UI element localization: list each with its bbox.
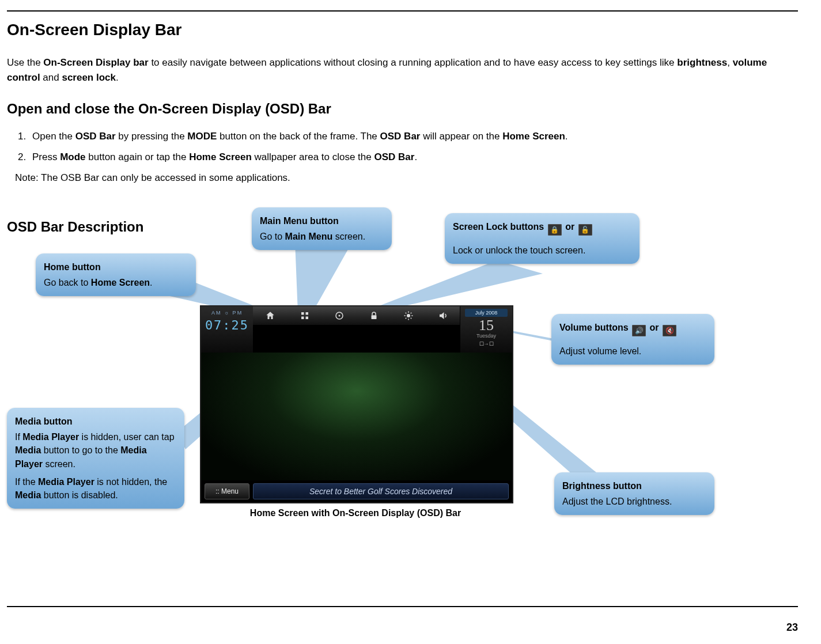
callout-body: Lock or unlock the touch screen.: [453, 245, 585, 255]
callout-title: Volume buttons 🔊 or 🔇: [559, 321, 706, 336]
wallpaper-area[interactable]: [201, 353, 512, 480]
t: Mode: [60, 151, 85, 162]
calendar-month: July 2008: [465, 309, 508, 317]
t: by pressing the: [116, 131, 188, 142]
svg-rect-6: [301, 312, 304, 315]
svg-line-19: [411, 318, 412, 319]
t: is not hidden, the: [94, 477, 167, 487]
t: Open the: [32, 131, 75, 142]
t: OSD Bar: [374, 151, 414, 162]
callout-brightness: Brightness button Adjust the LCD brightn…: [554, 472, 714, 515]
page-number: 23: [786, 622, 798, 634]
menu-button[interactable]: :: Menu: [205, 483, 249, 499]
svg-rect-7: [306, 312, 309, 315]
callout-title: Screen Lock buttons 🔒 or 🔓: [453, 220, 631, 236]
clock-time: 07:25: [201, 316, 253, 332]
t: OSD Bar: [75, 131, 116, 142]
steps-list: Open the OSD Bar by pressing the MODE bu…: [7, 131, 798, 163]
svg-rect-8: [301, 317, 304, 320]
t: If: [15, 432, 22, 442]
t: ,: [727, 57, 732, 68]
t: Home Screen: [91, 278, 150, 287]
callout-media: Media button If Media Player is hidden, …: [7, 408, 184, 509]
svg-point-11: [339, 315, 340, 317]
calendar-convert-icon: ☐→☐: [460, 341, 512, 347]
callout-body: Adjust volume level.: [559, 346, 641, 356]
t: MODE: [187, 131, 217, 142]
t: Media: [15, 445, 41, 455]
svg-rect-12: [372, 315, 377, 319]
t: screen.: [332, 232, 365, 241]
section-osd-description: OSD Bar Description: [7, 219, 143, 235]
note-text: Note: The OSB Bar can only be accessed i…: [15, 172, 798, 184]
t: Use the: [7, 57, 43, 68]
t: If the: [15, 477, 38, 487]
mute-icon: 🔇: [663, 325, 676, 336]
calendar-day: 15: [460, 318, 512, 333]
t: OSD Bar: [380, 131, 421, 142]
t: .: [565, 131, 568, 142]
callout-screen-lock: Screen Lock buttons 🔒 or 🔓 Lock or unloc…: [445, 213, 640, 264]
t: Press: [32, 151, 60, 162]
t: button to go to the: [41, 445, 120, 455]
t: wallpaper area to close the: [252, 151, 374, 162]
t: Media Player: [38, 477, 94, 487]
t: brightness: [677, 57, 727, 68]
device-footer: :: Menu Secret to Better Golf Scores Dis…: [201, 480, 512, 502]
volume-icon: 🔊: [632, 325, 646, 336]
t: Main Menu: [285, 232, 333, 241]
figure-caption: Home Screen with On-Screen Display (OSD)…: [200, 508, 511, 518]
callout-title: Main Menu button: [260, 214, 384, 228]
news-ticker: Secret to Better Golf Scores Discovered: [253, 483, 509, 499]
t: will appear on the: [420, 131, 502, 142]
t: or: [647, 323, 661, 332]
lock-icon: 🔒: [548, 224, 562, 236]
t: .: [116, 72, 119, 83]
osd-diagram: OSD Bar Description Home button Go back …: [7, 207, 798, 598]
section-open-close: Open and close the On-Screen Display (OS…: [7, 101, 798, 117]
callout-title: Brightness button: [562, 479, 706, 493]
callout-home: Home button Go back to Home Screen.: [36, 253, 196, 296]
callout-main-menu: Main Menu button Go to Main Menu screen.: [252, 207, 392, 250]
t: button again or tap the: [86, 151, 190, 162]
osd-media-button[interactable]: [332, 309, 346, 323]
t: and: [40, 72, 62, 83]
callout-body: Adjust the LCD brightness.: [562, 497, 672, 506]
unlock-icon: 🔓: [578, 224, 592, 236]
osd-main-menu-button[interactable]: [298, 309, 312, 323]
t: is hidden, user can tap: [79, 432, 174, 442]
t: Go to: [260, 232, 285, 241]
rule-bottom: [7, 606, 798, 607]
svg-rect-9: [306, 317, 309, 320]
t: Screen Lock buttons: [453, 222, 547, 232]
ampm-label: AM ☼ PM: [201, 306, 253, 316]
osd-bar: [253, 306, 460, 325]
t: Media Player: [22, 432, 79, 442]
t: Home Screen: [189, 151, 252, 162]
t: Volume buttons: [559, 323, 631, 332]
svg-line-21: [411, 313, 412, 314]
callout-title: Media button: [15, 415, 176, 428]
t: On-Screen Display bar: [43, 57, 148, 68]
clock-panel: AM ☼ PM 07:25: [201, 306, 254, 353]
osd-brightness-button[interactable]: [402, 309, 415, 323]
callout-title: Home button: [44, 260, 188, 274]
svg-line-20: [406, 318, 407, 319]
t: Go back to: [44, 278, 91, 287]
t: to easily navigate between applications …: [149, 57, 678, 68]
osd-lock-button[interactable]: [367, 309, 381, 323]
osd-volume-button[interactable]: [436, 309, 450, 323]
rule-top: [7, 10, 798, 12]
t: screen.: [43, 459, 75, 469]
svg-line-18: [406, 313, 407, 314]
t: Home Screen: [502, 131, 565, 142]
t: screen lock: [62, 72, 116, 83]
osd-home-button[interactable]: [263, 309, 277, 323]
intro-paragraph: Use the On-Screen Display bar to easily …: [7, 55, 798, 85]
calendar-panel: July 2008 15 Tuesday ☐→☐: [460, 306, 512, 353]
t: button on the back of the frame. The: [217, 131, 380, 142]
calendar-dow: Tuesday: [460, 333, 512, 339]
device-screenshot: AM ☼ PM 07:25 July 2008 15 Tuesday ☐→☐ :…: [200, 305, 513, 503]
step-2: Press Mode button again or tap the Home …: [29, 151, 798, 163]
page-title: On-Screen Display Bar: [7, 21, 798, 39]
